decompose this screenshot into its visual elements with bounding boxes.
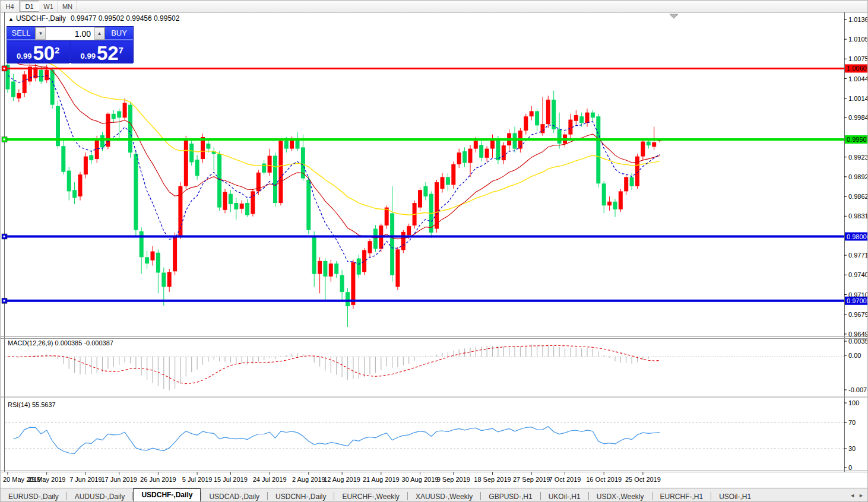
chart-tab-usdchf-daily[interactable]: USDCHF-,Daily	[133, 488, 201, 502]
candle	[401, 230, 406, 253]
price-tick-label: 0.98315	[848, 212, 868, 220]
date-label: 26 Jun 2019	[140, 476, 176, 483]
chart-tab-audusd-daily[interactable]: AUDUSD-,Daily	[67, 491, 133, 502]
price-tag-label: 0.97005	[847, 297, 868, 304]
candle	[134, 150, 138, 237]
candle	[201, 134, 205, 163]
candle-body	[167, 272, 172, 287]
candle-body	[524, 116, 528, 131]
candle-body	[195, 160, 199, 176]
candle-body	[67, 171, 71, 192]
candle-body	[485, 149, 489, 158]
timeframe-button-w1[interactable]: W1	[39, 1, 58, 12]
sell-price-prefix: 0.99	[17, 52, 31, 61]
candle-body	[368, 241, 372, 253]
price-tag-label: 1.00602	[847, 65, 868, 72]
candle-body	[151, 252, 155, 260]
hline-0.99503[interactable]	[5, 138, 844, 141]
timeframe-button-d1[interactable]: D1	[20, 1, 39, 12]
candle	[84, 152, 88, 179]
candle-body	[61, 146, 65, 172]
timeframe-button-h4[interactable]: H4	[1, 1, 20, 12]
chart-tab-gbpusd-h1[interactable]: GBPUSD-,H1	[481, 491, 540, 502]
candle-body	[496, 139, 500, 160]
price-tick-label: 0.99230	[848, 154, 868, 161]
price-tick-label: 0.98925	[848, 173, 868, 180]
candle	[418, 188, 422, 211]
hline-1.00602[interactable]	[5, 68, 844, 69]
candle	[184, 136, 188, 189]
chart-tab-ukoil-h1[interactable]: UKOil-,H1	[541, 491, 588, 502]
candle-body	[234, 203, 238, 209]
macd-scale-label: 0.003574	[848, 338, 868, 345]
volume-field[interactable]: 1.00	[46, 27, 94, 40]
candle-body	[306, 180, 311, 230]
candle	[78, 172, 83, 201]
candle-body	[596, 116, 600, 183]
candle-body	[585, 113, 590, 123]
buy-button[interactable]: BUY	[105, 27, 133, 40]
candle-body	[89, 155, 93, 160]
candle-body	[513, 133, 517, 148]
date-label: 7 Jun 2019	[69, 476, 102, 483]
hline-0.98000[interactable]	[5, 236, 844, 238]
buy-price-display[interactable]: 0.99527	[71, 42, 134, 63]
candle-body	[630, 177, 634, 186]
hline-handle-dot	[4, 300, 5, 301]
chart-tab-eurusd-daily[interactable]: EURUSD-,Daily	[1, 491, 66, 502]
candle-body	[140, 231, 144, 258]
chart-tab-bar: EURUSD-,DailyAUDUSD-,DailyUSDCHF-,DailyU…	[1, 488, 868, 502]
candle	[306, 176, 311, 234]
buy-price-big: 52	[97, 45, 119, 62]
rsi-label: RSI(14) 55.5637	[8, 401, 56, 408]
candle-body	[546, 100, 550, 124]
candle-body	[134, 154, 138, 230]
macd-scale-label: -0.00749	[848, 386, 868, 393]
chart-tab-usoil-h1[interactable]: USOil-,H1	[711, 491, 759, 502]
chart-tab-usdx-weekly[interactable]: USDX-,Weekly	[589, 491, 652, 502]
date-label: 17 Jun 2019	[101, 476, 137, 483]
candle-body	[240, 204, 244, 209]
buy-price-prefix: 0.99	[81, 52, 96, 61]
sell-button[interactable]: SELL	[7, 27, 35, 40]
candle-body	[251, 191, 255, 214]
chart-tabs-scroll-right[interactable]: ►	[859, 493, 864, 498]
candle-body	[334, 263, 338, 274]
chart-tab-usdcnh-daily[interactable]: USDCNH-,Daily	[268, 491, 334, 502]
candle-body	[613, 202, 617, 209]
rsi-scale-label: 70	[848, 419, 856, 426]
chart-symbol-label: USDCHF-,Daily	[16, 14, 66, 23]
sell-price-display[interactable]: 0.99502	[7, 42, 69, 63]
candle	[23, 71, 27, 97]
hline-0.97005[interactable]	[5, 300, 844, 302]
chart-tabs-scroll-left[interactable]: ◄	[850, 493, 855, 498]
candle-body	[362, 250, 366, 272]
candle-body	[474, 141, 478, 149]
chart-ohlc-values: 0.99477 0.99502 0.99456 0.99502	[71, 14, 180, 23]
date-label: 2 Aug 2019	[292, 476, 325, 483]
chart-tab-eurchf-weekly[interactable]: EURCHF-,Weekly	[334, 491, 407, 502]
candle-body	[451, 164, 455, 185]
date-label: 29 May 2019	[28, 476, 66, 483]
sell-price-sup: 2	[55, 45, 59, 55]
chart-tab-eurchf-h1[interactable]: EURCHF-,H1	[652, 491, 711, 502]
candle-body	[530, 111, 534, 116]
candle	[546, 96, 550, 128]
candle-body	[23, 74, 27, 93]
chart-title: ▲USDCHF-,Daily0.99477 0.99502 0.99456 0.…	[8, 14, 179, 23]
candle-body	[72, 190, 77, 198]
macd-label: MACD(12,26,9) 0.000385 -0.000387	[8, 339, 113, 347]
collapse-triangle-icon[interactable]: ▲	[8, 16, 14, 22]
price-tick-label: 0.97100	[848, 291, 868, 298]
candle-body	[245, 203, 249, 215]
timeframe-button-mn[interactable]: MN	[58, 1, 77, 12]
volume-increase-button[interactable]: ▲	[94, 27, 104, 40]
chart-tab-xauusd-weekly[interactable]: XAUUSD-,Weekly	[408, 491, 480, 502]
candle-body	[423, 186, 427, 196]
volume-decrease-button[interactable]: ▼	[36, 27, 46, 40]
price-chart[interactable]: 1.006020.995030.980000.970051.013601.010…	[1, 1, 868, 502]
volume-stepper: ▼ 1.00 ▲	[35, 27, 105, 40]
candle-body	[112, 114, 116, 119]
candle-body	[457, 152, 461, 164]
chart-tab-usdcad-daily[interactable]: USDCAD-,Daily	[201, 491, 267, 502]
